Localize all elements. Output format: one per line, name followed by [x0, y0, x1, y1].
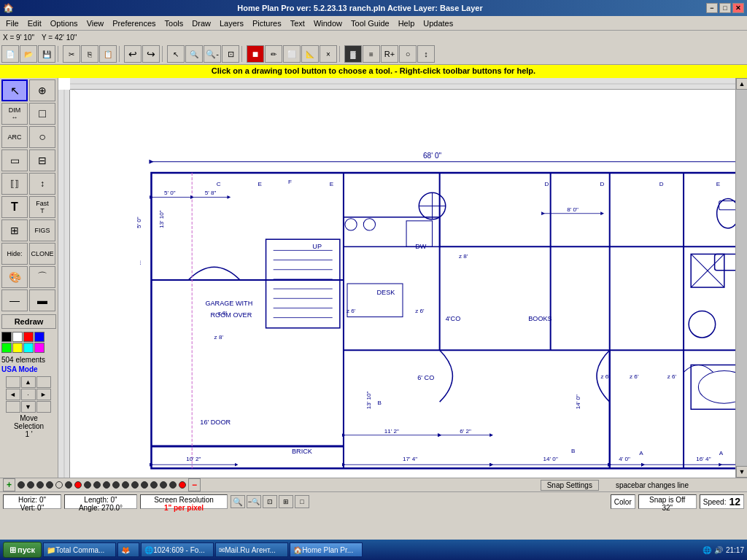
wall-tool[interactable]: ▭: [1, 149, 28, 171]
snap-add-button[interactable]: +: [3, 478, 15, 491]
snap-remove-button[interactable]: −: [188, 478, 201, 491]
color-blue[interactable]: [34, 332, 44, 342]
menu-preferences[interactable]: Preferences: [108, 18, 160, 29]
erase-button[interactable]: ⬜: [283, 45, 301, 63]
line2-btn[interactable]: —: [1, 289, 28, 311]
vscroll-track[interactable]: [736, 90, 747, 466]
hide-btn[interactable]: Hide:: [1, 243, 28, 265]
zoom-out-button[interactable]: 🔍-: [204, 45, 221, 63]
figs-btn[interactable]: FIGS: [29, 219, 55, 241]
menu-file[interactable]: File: [1, 18, 23, 29]
stair-tool[interactable]: ⟦⟧: [1, 173, 28, 195]
move-left[interactable]: ◄: [6, 389, 20, 400]
sym-button[interactable]: ×: [320, 45, 337, 63]
color-cyan[interactable]: [23, 343, 34, 353]
minimize-button[interactable]: −: [706, 3, 718, 13]
snap-dot-12[interactable]: [131, 481, 139, 489]
select-button[interactable]: ↖: [167, 45, 185, 63]
taskbar-mailru[interactable]: ✉ Mail.Ru Агент...: [215, 542, 288, 557]
move-right[interactable]: ►: [36, 389, 51, 400]
taskbar-forum[interactable]: 🌐 1024:609 - Fo...: [141, 542, 214, 557]
fasttext-tool[interactable]: FastT: [29, 196, 55, 218]
move-upright[interactable]: [36, 376, 51, 388]
move-center[interactable]: ·: [21, 389, 36, 400]
zoom-in-button[interactable]: 🔍: [185, 45, 203, 63]
snap-dot-3[interactable]: [36, 481, 44, 489]
undo-button[interactable]: ↩: [124, 45, 142, 63]
elev-tool[interactable]: ↕: [29, 173, 55, 195]
snap-dot-14[interactable]: [150, 481, 158, 489]
new-button[interactable]: 📄: [1, 45, 19, 63]
paste-button[interactable]: 📋: [99, 45, 117, 63]
color-yellow[interactable]: [12, 343, 23, 353]
snap-dot-8[interactable]: [93, 481, 101, 489]
zoom-fit-button[interactable]: ⊡: [222, 45, 239, 63]
door-tool[interactable]: ⊟: [29, 149, 55, 171]
snap-dot-red-1[interactable]: [74, 481, 82, 489]
snap-dot-10[interactable]: [112, 481, 120, 489]
select-tool[interactable]: ↖: [1, 79, 28, 101]
taskbar-totalcmd[interactable]: 📁 Total Comma...: [43, 542, 116, 557]
tb-btn1[interactable]: R+: [381, 45, 398, 63]
color-white[interactable]: [12, 332, 23, 342]
arc-tool[interactable]: ARC: [1, 126, 28, 148]
cut-button[interactable]: ✂: [63, 45, 80, 63]
close-button[interactable]: ✕: [732, 3, 744, 13]
draw-button[interactable]: ✏: [265, 45, 282, 63]
curve-btn[interactable]: ⌒: [29, 266, 55, 288]
save-button[interactable]: 💾: [38, 45, 55, 63]
color-magenta[interactable]: [34, 343, 44, 353]
menu-updates[interactable]: Updates: [419, 18, 457, 29]
maximize-button[interactable]: □: [719, 3, 731, 13]
dim-tool[interactable]: DIM↔: [1, 103, 28, 125]
line-button[interactable]: ■: [247, 45, 264, 63]
zoom-fit-status[interactable]: ⊡: [263, 495, 277, 508]
menu-edit[interactable]: Edit: [23, 18, 46, 29]
menu-text[interactable]: Text: [286, 18, 309, 29]
text-tool[interactable]: T: [1, 196, 28, 218]
snap-dot-2[interactable]: [27, 481, 34, 489]
menu-help[interactable]: Help: [394, 18, 419, 29]
redraw-button[interactable]: Redraw: [1, 314, 56, 329]
move-downleft[interactable]: [6, 401, 20, 413]
redo-button[interactable]: ↪: [142, 45, 160, 63]
snap-dot-4[interactable]: [46, 481, 53, 489]
snap-dot-red-2[interactable]: [179, 481, 186, 489]
snap-dot-13[interactable]: [141, 481, 148, 489]
menu-view[interactable]: View: [82, 18, 109, 29]
hatch-button[interactable]: ≡: [363, 45, 380, 63]
snap-dot-5[interactable]: [55, 481, 63, 489]
color-green[interactable]: [1, 343, 12, 353]
zoom-full-status[interactable]: □: [295, 495, 309, 508]
rect2-btn[interactable]: ▬: [29, 289, 55, 311]
snap-dot-6[interactable]: [65, 481, 72, 489]
menu-toolguide[interactable]: Tool Guide: [347, 18, 394, 29]
snap-settings-button[interactable]: Snap Settings: [541, 480, 599, 491]
scroll-down-button[interactable]: ▼: [736, 466, 747, 478]
snap-dot-15[interactable]: [160, 481, 167, 489]
snap-dot-1[interactable]: [18, 481, 25, 489]
circle-tool[interactable]: ○: [29, 126, 55, 148]
menu-window[interactable]: Window: [309, 18, 347, 29]
move-up[interactable]: ▲: [21, 376, 36, 388]
start-button[interactable]: ⊞ пуск: [3, 542, 42, 558]
color-black[interactable]: [1, 332, 12, 342]
snap-dot-11[interactable]: [122, 481, 129, 489]
color-status[interactable]: Color: [611, 494, 635, 509]
menu-layers[interactable]: Layers: [215, 18, 248, 29]
tools2-btn[interactable]: ⊞: [1, 219, 28, 241]
zoom-custom-status[interactable]: ⊞: [279, 495, 293, 508]
tb-btn3[interactable]: ↕: [417, 45, 435, 63]
menu-pictures[interactable]: Pictures: [248, 18, 286, 29]
move-down[interactable]: ▼: [21, 401, 36, 413]
open-button[interactable]: 📂: [20, 45, 37, 63]
tb-btn2[interactable]: ○: [399, 45, 417, 63]
snap-dot-7[interactable]: [84, 481, 91, 489]
drawing-canvas[interactable]: 68' 0": [70, 90, 735, 478]
copy-button[interactable]: ⎘: [81, 45, 98, 63]
zoom-out-status[interactable]: −🔍: [247, 495, 261, 508]
color-red[interactable]: [23, 332, 34, 342]
menu-draw[interactable]: Draw: [187, 18, 215, 29]
menu-options[interactable]: Options: [46, 18, 82, 29]
rect-tool[interactable]: □: [29, 103, 55, 125]
